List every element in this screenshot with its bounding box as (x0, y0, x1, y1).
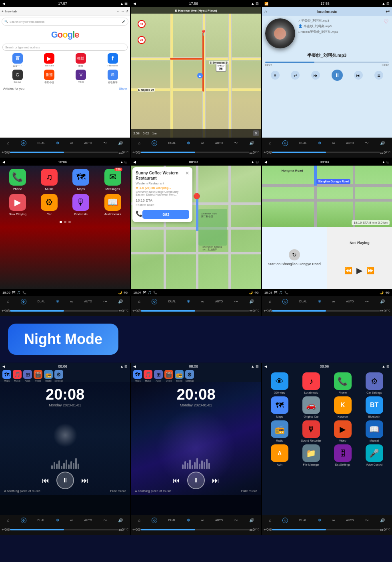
show-link[interactable]: Show (119, 87, 127, 90)
playlist-btn[interactable]: ≡ (271, 71, 280, 80)
back-icon[interactable]: ↩ (2, 150, 5, 154)
night2-app-settings[interactable]: ⚙ Settings (185, 370, 194, 382)
night-prev-2[interactable]: ⏮ (173, 476, 180, 485)
nav-forward[interactable]: → (121, 10, 124, 13)
app-kuwooo[interactable]: K Kuwooo (328, 396, 357, 418)
night-next-2[interactable]: ⏭ (212, 476, 219, 485)
home-btn-4[interactable]: ⌂ (7, 299, 10, 304)
carplay-app-maps[interactable]: 🗺 Maps (67, 169, 95, 191)
back-btn-2[interactable]: ◀ (133, 2, 136, 6)
carplay-app-podcasts[interactable]: 🎙 Podcasts (67, 194, 95, 216)
back-btn-4[interactable]: ◀ (2, 160, 5, 164)
night-app-settings[interactable]: ⚙ Settings (54, 370, 63, 382)
vol-icon-2[interactable]: 🔊 (249, 141, 254, 145)
night2-app-apps[interactable]: ⊞ Apps (154, 370, 163, 382)
go-button[interactable]: GO (142, 210, 189, 219)
app-360view[interactable]: 👁 360 view (265, 372, 294, 394)
prev-btn[interactable]: ⏮ (311, 71, 320, 80)
app-radio[interactable]: 📻 Radio (265, 420, 294, 442)
browser-url-input[interactable]: Search or type web address (2, 44, 128, 51)
power-btn-4[interactable]: ⏻ (21, 299, 26, 304)
nav-refresh[interactable]: ↺ (126, 10, 128, 13)
power-btn-3[interactable]: ⏻ (282, 140, 288, 146)
night-pause-1[interactable]: ⏸ (56, 472, 74, 489)
night-next-1[interactable]: ⏭ (81, 476, 88, 485)
carplay-app-messages[interactable]: ✉ 259 Messages (98, 169, 127, 191)
night2-app-music[interactable]: 🎵 Music (144, 370, 152, 382)
night-app-vedio[interactable]: 🎬 Vedio (34, 370, 42, 382)
shortcut-github[interactable]: G GitHub (2, 70, 32, 84)
back-btn[interactable]: ◀ (2, 2, 5, 6)
app-localmusic[interactable]: ♪ Localmusic (296, 372, 326, 394)
power-btn[interactable]: ⏻ (21, 140, 26, 146)
carplay-app-music[interactable]: ♫ Music (35, 169, 63, 191)
night2-app-maps[interactable]: 🗺 Maps (133, 370, 142, 382)
back-icon-2[interactable]: ↩ (132, 150, 136, 154)
carplay-app-nowplaying[interactable]: ▶ Now Playing (3, 194, 32, 216)
shortcut-vsix[interactable]: V VSIX (66, 70, 96, 84)
shortcut-baidu[interactable]: 百 百度一下 (2, 53, 32, 68)
app-voicecontrol[interactable]: 🎤 Voice Control (360, 444, 389, 466)
play-btn-split[interactable]: ▶ (356, 266, 362, 275)
app-phone[interactable]: 📞 Phone (328, 372, 357, 394)
app-avin[interactable]: A Avin (265, 444, 294, 466)
night-prev-1[interactable]: ⏮ (42, 476, 49, 485)
carplay-app-phone[interactable]: 📞 Phone (3, 169, 32, 191)
app-carsettings[interactable]: ⚙ Car Settings (360, 372, 389, 394)
vol-icon[interactable]: 🔊 (118, 141, 123, 145)
app-maps[interactable]: 🗺 Maps (265, 396, 294, 418)
vol-icon-3[interactable]: 🔊 (380, 141, 385, 145)
home-btn-3[interactable]: ⌂ (269, 141, 272, 145)
back-icon-4[interactable]: ↩ (2, 308, 5, 313)
nav-close[interactable]: ✕ (253, 130, 259, 136)
night-app-music[interactable]: 🎵 Music (13, 370, 22, 382)
nav-back[interactable]: ← (116, 10, 119, 13)
back-btn-n2[interactable]: ◀ (133, 364, 136, 368)
shortcut-translate[interactable]: 译 谷歌翻译 (98, 70, 128, 84)
vol-icon-4[interactable]: 🔊 (118, 299, 123, 304)
shortcut-fanqie[interactable]: 番茄 番茄小说 (34, 70, 64, 84)
back-btn-6[interactable]: ◀ (264, 160, 267, 164)
carplay-app-car[interactable]: ⚙ Car (35, 194, 63, 216)
power-btn-2[interactable]: ⏻ (152, 140, 157, 146)
app-video[interactable]: ▶ Video (328, 420, 357, 442)
home-btn-5[interactable]: ⌂ (138, 299, 140, 304)
back-icon-3[interactable]: ↩ (386, 9, 390, 14)
app-filemanager[interactable]: 📁 File Manager (296, 444, 326, 466)
carsplit-nav-btn[interactable]: ↻ Start on Shangliao Gongye Road (262, 227, 327, 289)
app-originalcar[interactable]: 🚗 Original Car (296, 396, 326, 418)
night-pause-2[interactable]: ⏸ (187, 472, 205, 489)
app-dspsettings[interactable]: 🎛 DspSettings (328, 444, 357, 466)
shuffle-btn[interactable]: ⇄ (291, 71, 300, 80)
phone-icon-popup[interactable]: 📞 (136, 210, 142, 217)
night-app-maps[interactable]: 🗺 Maps (2, 370, 11, 382)
browser-search-bar[interactable]: 🔍 Search or type web address 🎤 (2, 18, 128, 26)
app-bluetooth[interactable]: BT Bluetooth (360, 396, 389, 418)
back-btn-n3[interactable]: ◀ (264, 364, 267, 368)
ff-btn[interactable]: ⏩ (366, 267, 374, 274)
rew-btn[interactable]: ⏪ (344, 267, 352, 274)
back-btn-n1[interactable]: ◀ (2, 364, 5, 368)
shortcut-facebook[interactable]: f Facebook (98, 53, 128, 68)
back-icon-3c[interactable]: ↩ (264, 150, 267, 154)
popup-close[interactable]: ✕ (185, 170, 189, 176)
night-app-apps[interactable]: ⊞ Apps (23, 370, 32, 382)
shortcut-youtube[interactable]: ▶ YouTube (34, 53, 64, 68)
night-app-radio[interactable]: 📻 Radio (44, 370, 53, 382)
eq-btn[interactable]: ≣ (374, 71, 383, 80)
night2-app-radio[interactable]: 📻 Radio (175, 370, 184, 382)
heart-icon[interactable]: ♡ (384, 18, 389, 48)
mic-icon[interactable]: 🎤 (122, 20, 126, 23)
next-btn[interactable]: ⏭ (354, 71, 363, 80)
power-btn-5[interactable]: ⏻ (152, 299, 157, 304)
shortcut-weibo[interactable]: 微博 微博 (66, 53, 96, 68)
app-soundrecorder[interactable]: 🎙 Sound Recorder (296, 420, 326, 442)
app-manual[interactable]: 📖 Manual (360, 420, 389, 442)
home-btn[interactable]: ⌂ (7, 141, 10, 145)
night2-app-vedio[interactable]: 🎬 Vedio (164, 370, 173, 382)
pause-btn[interactable]: ⏸ (332, 70, 343, 81)
carplay-app-audiobooks[interactable]: 📖 Audiobooks (98, 194, 127, 216)
home-btn-2[interactable]: ⌂ (138, 141, 140, 145)
home-icon-3[interactable]: ⌂ (264, 9, 267, 14)
back-btn-5[interactable]: ◀ (133, 160, 136, 164)
